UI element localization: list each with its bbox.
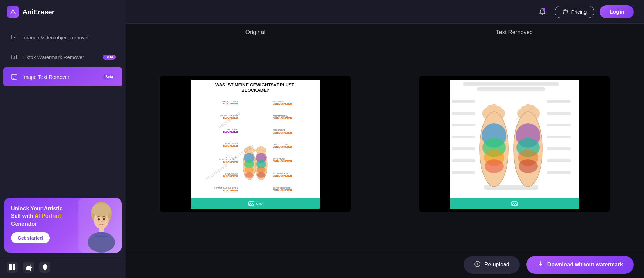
svg-rect-71 xyxy=(547,171,571,174)
svg-rect-69 xyxy=(547,147,571,150)
foot-reflexology-removed: PROTECTED PROTECTED xyxy=(419,76,610,212)
svg-point-51 xyxy=(257,172,265,178)
svg-point-82 xyxy=(485,159,504,173)
chart-title: WAS IST MEINE GEWICHTSVERLUST-BLOCKADE? xyxy=(212,80,299,94)
svg-line-27 xyxy=(30,265,31,266)
label-emotional: EMOTIONAL BLOCKIEREN xyxy=(193,128,238,133)
svg-point-14 xyxy=(98,218,100,221)
svg-point-15 xyxy=(103,218,105,221)
download-label: Download without watermark xyxy=(547,262,623,268)
svg-marker-3 xyxy=(14,36,16,38)
label-entzuendung: ENTZÜNDUNG BLOCKIEREN xyxy=(193,173,238,178)
download-without-watermark-button[interactable]: Download without watermark xyxy=(526,256,634,274)
right-labels: MEDITATION ENTBLOCKIEREN AFFIRMATIONEN E… xyxy=(271,94,320,198)
tiktok-icon xyxy=(10,53,18,61)
svg-rect-23 xyxy=(30,270,31,271)
svg-rect-19 xyxy=(13,264,15,267)
download-icon xyxy=(537,261,544,269)
foot-reflexology-original: WAS IST MEINE GEWICHTSVERLUST-BLOCKADE? … xyxy=(160,76,351,212)
chart-body: PSYCHOLOGISCH BLOCKIEREN KINDHEITSTRAUMA… xyxy=(191,94,320,198)
svg-rect-95 xyxy=(512,202,517,206)
svg-point-29 xyxy=(29,267,30,268)
reupload-button[interactable]: Re-upload xyxy=(464,256,520,274)
label-meditation: MEDITATION ENTBLOCKIEREN xyxy=(273,100,318,105)
sidebar-nav: Image / Video object remover Tiktok Wate… xyxy=(0,24,126,195)
svg-rect-70 xyxy=(547,159,571,162)
android-icon[interactable] xyxy=(23,262,34,273)
feet-illustration xyxy=(240,94,271,198)
sidebar: AniEraser Image / Video object remover xyxy=(0,0,126,278)
label-affirmationen: AFFIRMATIONEN ENTBLOCKIEREN xyxy=(273,115,318,120)
label-antientzuendlich: ANTIENTZÜNDLICH ENTBLOCKIEREN xyxy=(273,172,318,177)
svg-rect-30 xyxy=(45,264,46,264)
pricing-button[interactable]: Pricing xyxy=(555,6,595,18)
svg-rect-6 xyxy=(12,74,17,79)
svg-point-31 xyxy=(543,8,545,11)
label-metabolisch: METABOLISCH BLOCKIEREN xyxy=(193,142,238,147)
image-video-icon xyxy=(10,33,18,41)
sidebar-item-label: Image / Video object remover xyxy=(22,35,116,40)
action-bar: Re-upload Download without watermark xyxy=(126,251,644,278)
comparison-images: WAS IST MEINE GEWICHTSVERLUST-BLOCKADE? … xyxy=(126,41,644,251)
comparison-area: Original Text Removed WAS IST MEINE GEWI… xyxy=(126,24,644,251)
app-logo-icon xyxy=(7,6,19,18)
svg-rect-4 xyxy=(12,55,16,59)
label-blocage: BLOCAGE DESANTÉ INTESTINALE BLOCKIEREN xyxy=(193,157,238,164)
original-image-panel: WAS IST MEINE GEWICHTSVERLUST-BLOCKADE? … xyxy=(126,41,385,247)
notification-icon[interactable] xyxy=(536,5,549,19)
app-name: AniEraser xyxy=(22,8,55,16)
promo-text: Unlock Your Artistic Self with AI Portra… xyxy=(11,205,68,228)
svg-point-37 xyxy=(252,148,255,152)
teal-bar-original: Omo xyxy=(191,198,320,209)
svg-rect-25 xyxy=(31,267,32,268)
svg-rect-54 xyxy=(249,202,254,206)
original-label: Original xyxy=(126,24,385,41)
ios-icon[interactable] xyxy=(39,262,50,273)
svg-rect-61 xyxy=(452,136,475,138)
reupload-icon xyxy=(474,261,481,269)
svg-rect-68 xyxy=(547,136,571,138)
text-removed-image: PROTECTED PROTECTED xyxy=(419,76,610,212)
removed-inner: PROTECTED PROTECTED xyxy=(450,80,579,209)
label-selbstliebe: SELBSTLIEBE ENTBLOCKIEREN xyxy=(273,129,318,134)
sidebar-item-image-video-remover[interactable]: Image / Video object remover xyxy=(3,28,122,47)
promo-portrait-image xyxy=(78,198,122,253)
label-oestrogenspiegel: ÖSTROGENSPIEGEL ENTBLOCKIEREN xyxy=(273,187,318,192)
label-entgiftung: ENTGIFTUNG ENTBLOCKIEREN xyxy=(273,158,318,163)
beta-badge: Beta xyxy=(103,74,116,80)
sidebar-item-tiktok-watermark[interactable]: Tiktok Watermark Remover Beta xyxy=(3,48,122,67)
sidebar-item-label: Tiktok Watermark Remover xyxy=(22,54,99,60)
svg-rect-64 xyxy=(452,171,475,174)
beta-badge: Beta xyxy=(103,55,116,60)
svg-point-13 xyxy=(92,203,111,217)
svg-rect-24 xyxy=(26,267,26,268)
svg-rect-18 xyxy=(9,264,12,267)
label-carbs-cycling: CARBS CYCLING ENTBLOCKIEREN xyxy=(273,143,318,148)
svg-rect-59 xyxy=(452,112,475,115)
svg-rect-20 xyxy=(9,267,12,270)
label-psychologisch: PSYCHOLOGISCH BLOCKIEREN xyxy=(193,100,238,105)
comparison-header: Original Text Removed xyxy=(126,24,644,41)
teal-bar-removed xyxy=(450,198,579,209)
svg-rect-66 xyxy=(547,112,571,115)
svg-point-17 xyxy=(88,232,115,253)
svg-point-93 xyxy=(519,159,538,173)
svg-point-41 xyxy=(245,172,253,178)
windows-icon[interactable] xyxy=(7,262,18,273)
svg-rect-62 xyxy=(452,147,475,150)
image-text-icon xyxy=(10,73,18,81)
original-image: WAS IST MEINE GEWICHTSVERLUST-BLOCKADE? … xyxy=(160,76,351,212)
promo-card: Unlock Your Artistic Self with AI Portra… xyxy=(4,198,122,253)
label-hormonelle: HORMONELLE BLOCKADE BLOCKIEREN xyxy=(193,187,238,192)
text-removed-image-panel: PROTECTED PROTECTED xyxy=(385,41,644,247)
sidebar-bottom-platforms xyxy=(0,256,126,278)
svg-rect-58 xyxy=(452,100,475,103)
promo-get-started-button[interactable]: Get started xyxy=(11,232,50,243)
sidebar-item-image-text-remover[interactable]: Image Text Remover Beta xyxy=(3,67,122,86)
svg-point-78 xyxy=(498,109,505,118)
login-button[interactable]: Login xyxy=(600,5,634,18)
text-removed-label: Text Removed xyxy=(385,24,644,41)
main-content: Pricing Login Original Text Removed WAS … xyxy=(126,0,644,278)
sidebar-item-label: Image Text Remover xyxy=(22,74,99,80)
left-labels: PSYCHOLOGISCH BLOCKIEREN KINDHEITSTRAUMA… xyxy=(191,94,240,198)
